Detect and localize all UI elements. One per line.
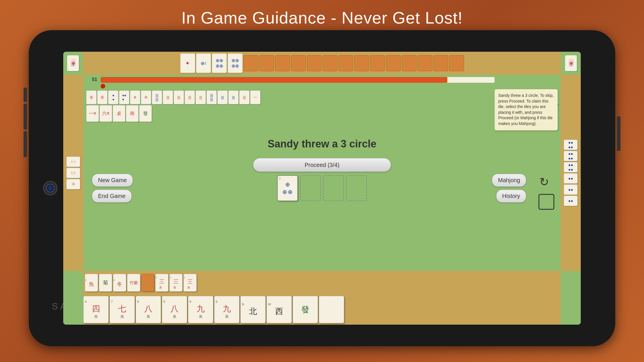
red-dot [101, 84, 105, 88]
score-bar [101, 77, 494, 83]
mahjong-button[interactable]: Mahjong [492, 174, 526, 187]
tile-row-1: 壹 壹 ●● ●●● 春 桃 |||||| ||| ||| ||| ||| ||… [86, 90, 494, 104]
big-t6[interactable]: 9 九 萬 [214, 296, 239, 323]
big-t3[interactable]: 8 八 萬 [136, 296, 161, 323]
top-tile-5 [244, 55, 258, 71]
hand-row-1: 1 魚 菊 3 冬 竹蘭 3 [63, 271, 581, 294]
tr2-t2: 六萬 [99, 105, 112, 122]
phone-right-button [617, 116, 620, 151]
tr1-t2: 壹 [97, 90, 108, 104]
tr1-t4: ●●● [119, 90, 129, 104]
big-t4[interactable]: 8 八 萬 [162, 296, 187, 323]
tile-rows-area: 壹 壹 ●● ●●● 春 桃 |||||| ||| ||| ||| ||| ||… [86, 90, 494, 123]
right-tile-2: ●●●● [564, 151, 578, 161]
right-tile-1: ●●●● [564, 140, 578, 150]
hand-t4[interactable]: 竹蘭 [127, 274, 140, 292]
proceed-button[interactable]: Proceed (3/4) [253, 158, 391, 172]
big-t8[interactable]: W 西 [267, 296, 292, 323]
score-number: 51 [92, 77, 97, 82]
hand-t1[interactable]: 1 魚 [85, 274, 98, 292]
right-wall: ●●●● ●●●● ●●●● ●● ●● ●● [561, 75, 581, 271]
new-game-label: New Game [98, 177, 127, 183]
top-tile-7 [275, 55, 290, 71]
tile-slot-1[interactable] [300, 175, 321, 201]
big-t10[interactable] [319, 296, 344, 323]
tr1-t16: 一 [250, 90, 260, 104]
main-area: 51 壹 壹 ●● ●●● 春 桃 [83, 75, 561, 271]
top-tile-15 [402, 55, 417, 71]
hand-t2[interactable]: 菊 [99, 274, 112, 292]
tr1-t1: 壹 [86, 90, 97, 104]
top-tile-14 [386, 55, 401, 71]
big-t1[interactable]: 4 四 萬 [83, 296, 109, 323]
top-tile-16 [417, 55, 432, 71]
tile-slot-2[interactable] [323, 175, 344, 201]
tr1-t9: ||| [174, 90, 184, 104]
tr2-t1: 一萬 [86, 105, 99, 122]
rotate-button[interactable]: ↻ [536, 174, 552, 190]
top-tile-4: ⊕⊕⊕⊕ [228, 53, 243, 73]
top-wall: 🀄 ✦ ⊕2 ⊕⊕⊕⊕ ⊕⊕⊕⊕ [63, 52, 581, 75]
tile-slot-3[interactable] [346, 175, 367, 201]
history-button[interactable]: History [496, 190, 526, 203]
guidance-text: Sandy threw a 3 circle. To skip, press P… [498, 93, 554, 126]
page-title: In Game Guidance - Never Get Lost! [181, 8, 463, 27]
corner-br1 [561, 271, 581, 294]
big-t5[interactable]: 9 九 萬 [188, 296, 213, 323]
top-tile-3: ⊕⊕⊕⊕ [212, 53, 227, 73]
tr1-t11: ||| [195, 90, 206, 104]
hand-t6[interactable]: 3 三萬 [155, 274, 168, 292]
camera [43, 181, 57, 195]
hand-t8[interactable]: 3 三萬 [183, 274, 197, 292]
left-tile-1: ㈠ [66, 157, 80, 167]
corner-tile-tl: 🀄 [67, 55, 79, 71]
top-tile-9 [307, 55, 322, 71]
screenshot-button[interactable] [538, 194, 554, 210]
tile-row-2: 一萬 六萬 桌 南 發 [86, 105, 494, 122]
tr1-t5: 春 [130, 90, 140, 104]
phone-left-buttons [24, 88, 27, 157]
game-board: 🀄 ✦ ⊕2 ⊕⊕⊕⊕ ⊕⊕⊕⊕ [63, 52, 581, 325]
tr1-t15: ||| [239, 90, 250, 104]
tr1-t8: ||| [163, 90, 173, 104]
hand-t3[interactable]: 3 冬 [113, 274, 126, 292]
top-tile-12 [354, 55, 369, 71]
corner-br2 [561, 294, 581, 325]
end-game-label: End Game [98, 193, 126, 199]
hand-t7[interactable]: 3 三萬 [169, 274, 183, 292]
top-tile-13 [370, 55, 385, 71]
left-tile-3: ⑤ [66, 179, 80, 189]
guidance-box: Sandy threw a 3 circle. To skip, press P… [494, 89, 558, 130]
new-game-button[interactable]: New Game [92, 174, 133, 187]
history-label: History [502, 193, 520, 199]
right-tile-5: ●● [564, 184, 578, 195]
tr1-t13: ||| [217, 90, 228, 104]
selected-tile[interactable]: 3 ⊕ ⊕⊕ [277, 175, 298, 201]
phone-frame: SAMSUNG 🀄 ✦ ⊕2 ⊕⊕⊕⊕ ⊕⊕⊕⊕ [29, 30, 615, 346]
big-t2[interactable]: 7 七 萬 [110, 296, 135, 323]
top-tile-11 [338, 55, 353, 71]
left-wall: ㈠ ㈡ ⑤ [63, 75, 83, 271]
top-tile-17 [433, 55, 448, 71]
hand-t5[interactable] [141, 274, 154, 292]
tr1-t3: ●● [108, 90, 118, 104]
corner-bl [63, 271, 83, 294]
top-tile-1: ✦ [180, 53, 195, 73]
top-tiles-row: ✦ ⊕2 ⊕⊕⊕⊕ ⊕⊕⊕⊕ [180, 53, 464, 73]
tr1-t12: |||||| [206, 90, 217, 104]
top-tile-6 [259, 55, 274, 71]
tr1-t14: ||| [228, 90, 239, 104]
proceed-label: Proceed (3/4) [304, 162, 339, 168]
tr1-t10: ||| [185, 90, 195, 104]
big-t7[interactable]: N 北 [240, 296, 266, 323]
tile-selection-area: 3 ⊕ ⊕⊕ [277, 175, 367, 201]
right-tile-3: ●●●● [564, 162, 578, 172]
left-tile-2: ㈡ [66, 168, 80, 178]
tr2-t4: 南 [126, 105, 139, 122]
big-t9[interactable]: 發 [293, 296, 318, 323]
mahjong-label: Mahjong [498, 177, 520, 183]
phone-screen: 🀄 ✦ ⊕2 ⊕⊕⊕⊕ ⊕⊕⊕⊕ [63, 52, 581, 325]
right-tile-4: ●● [564, 173, 578, 184]
end-game-button[interactable]: End Game [92, 190, 132, 203]
tr2-t3: 桌 [113, 105, 125, 122]
